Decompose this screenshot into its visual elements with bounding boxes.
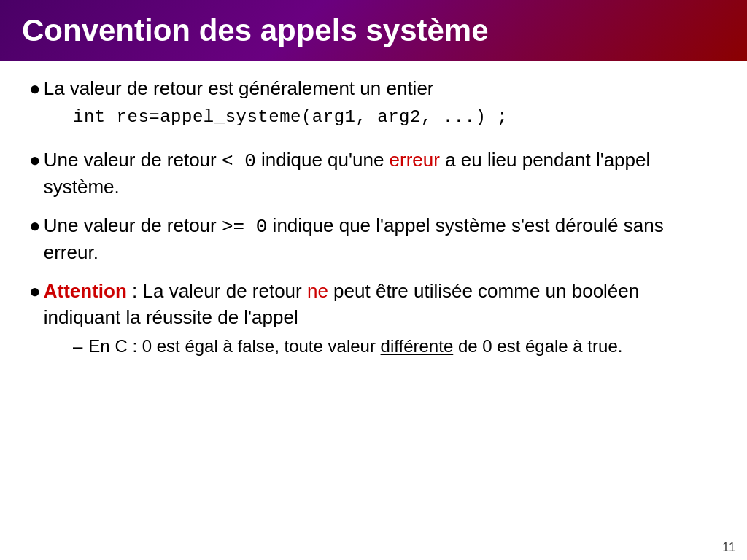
inline-code-3: >= 0 xyxy=(222,216,267,238)
sub-bullet-1: – En C : 0 est égal à false, toute valeu… xyxy=(73,335,718,358)
sub-bullet-text-1: En C : 0 est égal à false, toute valeur … xyxy=(88,335,622,358)
code-text-1: int res=appel_systeme(arg1, arg2, ...) ; xyxy=(73,107,508,127)
bullet-line-1: ● La valeur de retour est généralement u… xyxy=(29,76,718,101)
bullet-item-3: ● Une valeur de retour >= 0 indique que … xyxy=(29,213,718,265)
page-number: 11 xyxy=(722,541,735,554)
bullet-dot-2: ● xyxy=(29,147,41,173)
bullet-item-4: ● Attention : La valeur de retour ne peu… xyxy=(29,279,718,358)
code-block-1: int res=appel_systeme(arg1, arg2, ...) ; xyxy=(73,107,718,127)
bullet-text-1: La valeur de retour est généralement un … xyxy=(44,76,434,101)
bullet-text-2: Une valeur de retour < 0 indique qu'une … xyxy=(44,147,718,200)
erreur-highlight: erreur xyxy=(390,149,440,171)
sub-bullet-line-1: – En C : 0 est égal à false, toute valeu… xyxy=(73,335,718,358)
bullet-dot-1: ● xyxy=(29,76,41,101)
bullet-line-2: ● Une valeur de retour < 0 indique qu'un… xyxy=(29,147,718,200)
slide-header: Convention des appels système xyxy=(0,0,747,61)
ne-label: ne xyxy=(307,280,328,302)
bullet-text-4: Attention : La valeur de retour ne peut … xyxy=(44,279,718,330)
bullet-item-2: ● Une valeur de retour < 0 indique qu'un… xyxy=(29,147,718,200)
sub-dash-1: – xyxy=(73,335,82,358)
bullet-dot-3: ● xyxy=(29,213,41,238)
bullet-item-1: ● La valeur de retour est généralement u… xyxy=(29,76,718,134)
slide: Convention des appels système ● La valeu… xyxy=(0,0,747,560)
bullet-line-3: ● Une valeur de retour >= 0 indique que … xyxy=(29,213,718,265)
attention-label: Attention xyxy=(44,280,127,302)
bullet-dot-4: ● xyxy=(29,279,41,304)
slide-title: Convention des appels système xyxy=(22,13,725,48)
inline-code-2: < 0 xyxy=(222,150,256,172)
differente-underline: différente xyxy=(381,336,454,356)
bullet-text-3: Une valeur de retour >= 0 indique que l'… xyxy=(44,213,718,265)
bullet-line-4: ● Attention : La valeur de retour ne peu… xyxy=(29,279,718,330)
slide-content: ● La valeur de retour est généralement u… xyxy=(0,61,747,560)
